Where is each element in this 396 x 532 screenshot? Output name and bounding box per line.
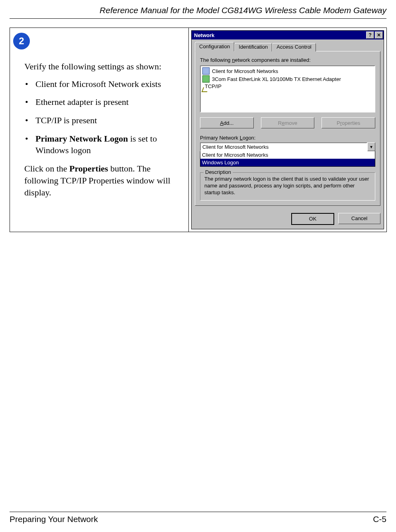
step-number-badge: 2 <box>13 33 30 49</box>
combobox-selected: Client for Microsoft Networks <box>200 142 367 151</box>
footer-section-title: Preparing Your Network <box>10 514 98 524</box>
list-item-label: 3Com Fast EtherLink XL 10/100Mb TX Ether… <box>212 76 341 82</box>
primary-logon-label-post: ogon: <box>243 135 256 141</box>
description-legend: Description <box>204 169 233 175</box>
instructions-bullet-bold: Primary Network Logon <box>35 134 128 144</box>
primary-logon-label-accel: L <box>240 135 243 141</box>
combobox-option[interactable]: Windows Logon <box>200 159 375 166</box>
tab-panel-configuration: The following network components are ins… <box>195 51 380 206</box>
instructions-bullet: Ethernet adapter is present <box>24 96 183 108</box>
content-row: 2 Verify the following settings as shown… <box>10 28 387 232</box>
tabs: Configuration Identification Access Cont… <box>195 42 380 51</box>
footer-rule <box>10 512 386 512</box>
primary-logon-label: Primary Network Logon: <box>200 135 375 141</box>
header-rule <box>10 18 386 19</box>
instructions-cell: 2 Verify the following settings as shown… <box>10 28 189 232</box>
component-button-row: Add... Remove Properties <box>200 117 375 128</box>
client-icon <box>202 67 210 75</box>
list-item[interactable]: 3Com Fast EtherLink XL 10/100Mb TX Ether… <box>202 75 374 83</box>
footer-page-number: C-5 <box>373 514 386 524</box>
components-label: The following network components are ins… <box>200 57 375 63</box>
screenshot-cell: Network ? ✕ Configuration Identification… <box>189 28 387 232</box>
cancel-button[interactable]: Cancel <box>338 213 380 224</box>
combobox-arrow-icon[interactable]: ▼ <box>367 142 375 151</box>
instructions-after: Click on the Properties button. The foll… <box>24 163 183 198</box>
remove-button[interactable]: Remove <box>261 117 315 128</box>
combobox-dropdown[interactable]: Client for Microsoft Networks Windows Lo… <box>200 151 375 167</box>
description-group: Description The primary network logon is… <box>200 172 375 201</box>
list-item-label: Client for Microsoft Networks <box>212 68 278 74</box>
instructions-after-a: Click on the <box>24 164 69 173</box>
network-dialog: Network ? ✕ Configuration Identification… <box>191 30 384 229</box>
dialog-footer: OK Cancel <box>192 209 384 229</box>
components-listbox[interactable]: Client for Microsoft Networks 3Com Fast … <box>200 65 375 112</box>
combobox-option[interactable]: Client for Microsoft Networks <box>200 151 375 159</box>
add-button[interactable]: Add... <box>200 117 254 128</box>
components-label-post: etwork components are installed: <box>235 57 310 63</box>
instructions-after-bold: Properties <box>69 164 108 173</box>
page-footer: Preparing Your Network C-5 <box>10 512 386 524</box>
page-header-title: Reference Manual for the Model CG814WG W… <box>10 0 386 18</box>
dialog-title: Network <box>194 32 214 38</box>
properties-button[interactable]: Properties <box>322 117 375 128</box>
instructions-intro: Verify the following settings as shown: <box>24 61 183 73</box>
close-button[interactable]: ✕ <box>375 32 383 39</box>
ok-button[interactable]: OK <box>291 213 334 225</box>
primary-logon-label-pre: Primary Network <box>200 135 240 141</box>
tab-identification[interactable]: Identification <box>234 43 272 51</box>
description-text: The primary network logon is the client … <box>204 176 371 196</box>
tab-configuration[interactable]: Configuration <box>195 42 234 51</box>
tab-access-control[interactable]: Access Control <box>272 43 316 51</box>
instructions-bullet: TCP/IP is present <box>24 114 183 126</box>
components-label-pre: The following <box>200 57 232 63</box>
list-item[interactable]: Client for Microsoft Networks <box>202 67 374 75</box>
help-button[interactable]: ? <box>366 32 374 39</box>
primary-logon-combobox[interactable]: Client for Microsoft Networks ▼ <box>200 142 375 151</box>
adapter-icon <box>202 75 210 83</box>
titlebar[interactable]: Network ? ✕ <box>192 31 384 39</box>
list-item[interactable]: TCP/IP <box>202 83 374 90</box>
instructions-bullet: Client for Microsoft Network exists <box>24 78 183 90</box>
instructions-bullet: Primary Network Logon is set to Windows … <box>24 133 183 156</box>
